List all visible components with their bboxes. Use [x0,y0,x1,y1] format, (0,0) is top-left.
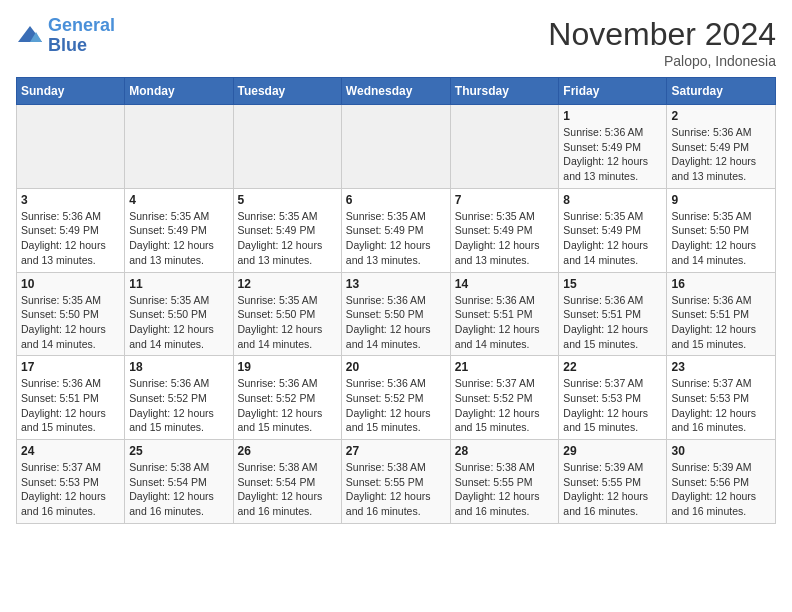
day-info: Sunrise: 5:37 AM Sunset: 5:53 PM Dayligh… [21,460,120,519]
day-number: 9 [671,193,771,207]
day-number: 13 [346,277,446,291]
day-number: 22 [563,360,662,374]
day-number: 23 [671,360,771,374]
day-number: 2 [671,109,771,123]
calendar-cell: 23Sunrise: 5:37 AM Sunset: 5:53 PM Dayli… [667,356,776,440]
calendar-cell: 3Sunrise: 5:36 AM Sunset: 5:49 PM Daylig… [17,188,125,272]
day-info: Sunrise: 5:35 AM Sunset: 5:50 PM Dayligh… [671,209,771,268]
calendar: SundayMondayTuesdayWednesdayThursdayFrid… [16,77,776,524]
day-number: 17 [21,360,120,374]
day-info: Sunrise: 5:39 AM Sunset: 5:56 PM Dayligh… [671,460,771,519]
day-info: Sunrise: 5:36 AM Sunset: 5:50 PM Dayligh… [346,293,446,352]
calendar-cell: 19Sunrise: 5:36 AM Sunset: 5:52 PM Dayli… [233,356,341,440]
calendar-cell: 8Sunrise: 5:35 AM Sunset: 5:49 PM Daylig… [559,188,667,272]
day-number: 10 [21,277,120,291]
day-info: Sunrise: 5:36 AM Sunset: 5:52 PM Dayligh… [129,376,228,435]
day-info: Sunrise: 5:36 AM Sunset: 5:51 PM Dayligh… [455,293,555,352]
logo-icon [16,24,44,48]
day-info: Sunrise: 5:35 AM Sunset: 5:49 PM Dayligh… [129,209,228,268]
calendar-cell [341,105,450,189]
day-info: Sunrise: 5:38 AM Sunset: 5:55 PM Dayligh… [346,460,446,519]
calendar-cell: 22Sunrise: 5:37 AM Sunset: 5:53 PM Dayli… [559,356,667,440]
calendar-cell: 11Sunrise: 5:35 AM Sunset: 5:50 PM Dayli… [125,272,233,356]
day-number: 27 [346,444,446,458]
calendar-cell: 18Sunrise: 5:36 AM Sunset: 5:52 PM Dayli… [125,356,233,440]
calendar-cell: 12Sunrise: 5:35 AM Sunset: 5:50 PM Dayli… [233,272,341,356]
calendar-cell: 21Sunrise: 5:37 AM Sunset: 5:52 PM Dayli… [450,356,559,440]
logo-blue: Blue [48,35,87,55]
weekday-header-row: SundayMondayTuesdayWednesdayThursdayFrid… [17,78,776,105]
day-number: 14 [455,277,555,291]
day-number: 28 [455,444,555,458]
calendar-cell: 20Sunrise: 5:36 AM Sunset: 5:52 PM Dayli… [341,356,450,440]
day-info: Sunrise: 5:36 AM Sunset: 5:51 PM Dayligh… [21,376,120,435]
day-info: Sunrise: 5:36 AM Sunset: 5:49 PM Dayligh… [671,125,771,184]
logo-general: General [48,15,115,35]
day-number: 3 [21,193,120,207]
calendar-cell: 15Sunrise: 5:36 AM Sunset: 5:51 PM Dayli… [559,272,667,356]
calendar-cell: 24Sunrise: 5:37 AM Sunset: 5:53 PM Dayli… [17,440,125,524]
calendar-cell: 13Sunrise: 5:36 AM Sunset: 5:50 PM Dayli… [341,272,450,356]
day-number: 11 [129,277,228,291]
weekday-wednesday: Wednesday [341,78,450,105]
title-block: November 2024 Palopo, Indonesia [548,16,776,69]
day-info: Sunrise: 5:35 AM Sunset: 5:49 PM Dayligh… [563,209,662,268]
week-row-5: 24Sunrise: 5:37 AM Sunset: 5:53 PM Dayli… [17,440,776,524]
day-number: 25 [129,444,228,458]
calendar-cell: 30Sunrise: 5:39 AM Sunset: 5:56 PM Dayli… [667,440,776,524]
day-info: Sunrise: 5:37 AM Sunset: 5:53 PM Dayligh… [671,376,771,435]
day-number: 1 [563,109,662,123]
weekday-friday: Friday [559,78,667,105]
day-number: 18 [129,360,228,374]
day-info: Sunrise: 5:35 AM Sunset: 5:49 PM Dayligh… [238,209,337,268]
calendar-cell: 5Sunrise: 5:35 AM Sunset: 5:49 PM Daylig… [233,188,341,272]
day-number: 19 [238,360,337,374]
month-title: November 2024 [548,16,776,53]
weekday-saturday: Saturday [667,78,776,105]
day-info: Sunrise: 5:36 AM Sunset: 5:52 PM Dayligh… [238,376,337,435]
day-number: 29 [563,444,662,458]
logo: General Blue [16,16,115,56]
day-number: 6 [346,193,446,207]
day-info: Sunrise: 5:35 AM Sunset: 5:50 PM Dayligh… [129,293,228,352]
calendar-cell [125,105,233,189]
calendar-cell: 27Sunrise: 5:38 AM Sunset: 5:55 PM Dayli… [341,440,450,524]
page-header: General Blue November 2024 Palopo, Indon… [16,16,776,69]
day-info: Sunrise: 5:36 AM Sunset: 5:51 PM Dayligh… [671,293,771,352]
weekday-tuesday: Tuesday [233,78,341,105]
day-number: 8 [563,193,662,207]
day-info: Sunrise: 5:38 AM Sunset: 5:54 PM Dayligh… [238,460,337,519]
week-row-3: 10Sunrise: 5:35 AM Sunset: 5:50 PM Dayli… [17,272,776,356]
day-info: Sunrise: 5:36 AM Sunset: 5:49 PM Dayligh… [563,125,662,184]
day-info: Sunrise: 5:35 AM Sunset: 5:50 PM Dayligh… [21,293,120,352]
day-info: Sunrise: 5:35 AM Sunset: 5:49 PM Dayligh… [455,209,555,268]
calendar-cell: 25Sunrise: 5:38 AM Sunset: 5:54 PM Dayli… [125,440,233,524]
logo-text: General Blue [48,16,115,56]
day-info: Sunrise: 5:39 AM Sunset: 5:55 PM Dayligh… [563,460,662,519]
day-info: Sunrise: 5:36 AM Sunset: 5:52 PM Dayligh… [346,376,446,435]
calendar-cell: 9Sunrise: 5:35 AM Sunset: 5:50 PM Daylig… [667,188,776,272]
day-number: 5 [238,193,337,207]
location: Palopo, Indonesia [548,53,776,69]
calendar-cell: 4Sunrise: 5:35 AM Sunset: 5:49 PM Daylig… [125,188,233,272]
calendar-cell [450,105,559,189]
day-info: Sunrise: 5:38 AM Sunset: 5:54 PM Dayligh… [129,460,228,519]
calendar-cell: 14Sunrise: 5:36 AM Sunset: 5:51 PM Dayli… [450,272,559,356]
calendar-cell: 1Sunrise: 5:36 AM Sunset: 5:49 PM Daylig… [559,105,667,189]
day-info: Sunrise: 5:38 AM Sunset: 5:55 PM Dayligh… [455,460,555,519]
calendar-cell [17,105,125,189]
weekday-monday: Monday [125,78,233,105]
day-number: 7 [455,193,555,207]
calendar-cell: 16Sunrise: 5:36 AM Sunset: 5:51 PM Dayli… [667,272,776,356]
day-number: 30 [671,444,771,458]
week-row-4: 17Sunrise: 5:36 AM Sunset: 5:51 PM Dayli… [17,356,776,440]
calendar-cell: 6Sunrise: 5:35 AM Sunset: 5:49 PM Daylig… [341,188,450,272]
day-number: 16 [671,277,771,291]
day-number: 4 [129,193,228,207]
day-info: Sunrise: 5:36 AM Sunset: 5:49 PM Dayligh… [21,209,120,268]
calendar-cell: 7Sunrise: 5:35 AM Sunset: 5:49 PM Daylig… [450,188,559,272]
weekday-sunday: Sunday [17,78,125,105]
calendar-cell [233,105,341,189]
day-info: Sunrise: 5:37 AM Sunset: 5:52 PM Dayligh… [455,376,555,435]
calendar-cell: 17Sunrise: 5:36 AM Sunset: 5:51 PM Dayli… [17,356,125,440]
